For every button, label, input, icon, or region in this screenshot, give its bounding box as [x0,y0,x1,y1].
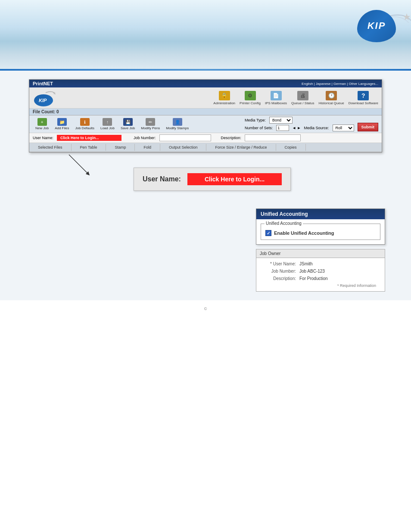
tab-stamp[interactable]: Stamp [106,144,135,151]
job-owner-titlebar: Job Owner [256,249,385,258]
job-number-input[interactable] [159,134,211,141]
modify-pens-icon: ✏ [146,118,155,126]
number-of-sets-input[interactable] [276,125,289,131]
file-count-text: File Count: 0 [33,109,59,114]
download-software-label: Download Software [349,101,378,105]
load-job-icon: ↑ [103,118,112,126]
description-input[interactable] [245,134,301,141]
unified-accounting-body: Unified Accounting ✓ Enable Unified Acco… [256,219,385,244]
owner-username-row: * User Name: JSmith [261,261,380,266]
main-content: PrintNET English | Japanese | German | O… [0,71,411,200]
owner-description-row: Description: For Production [261,276,380,281]
login-callout-button[interactable]: Click Here to Login... [187,173,282,185]
printnet-titlebar: PrintNET English | Japanese | German | O… [29,80,382,87]
tab-selected-files[interactable]: Selected Files [29,144,72,151]
administration-icon-button[interactable]: 🔒 Administration [213,91,235,105]
number-of-sets-label: Number of Sets: [245,126,273,130]
tab-fold[interactable]: Fold [135,144,160,151]
job-number-label: Job Number: [134,136,156,140]
owner-jobnumber-row: Job Number: Job ABC-123 [261,269,380,274]
owner-username-value: JSmith [299,261,313,266]
printnet-top-icons: 🔒 Administration ⚙ Printer Config 📄 IPS … [213,91,378,105]
bottom-section: Unified Accounting Unified Accounting ✓ … [0,200,411,300]
tabs-bar: Selected Files Pen Table Stamp Fold Outp… [29,143,382,152]
job-defaults-button[interactable]: ℹ Job Defaults [72,117,97,131]
printer-icon: 🖨 [297,91,308,100]
queue-status-label: Queue / Status [291,101,314,105]
kip-small-logo: KIP [33,89,56,106]
historical-queue-label: Historical Queue [318,101,344,105]
unified-accounting-panel: Unified Accounting Unified Accounting ✓ … [256,208,385,245]
owner-jobnumber-value: Job ABC-123 [299,269,325,274]
unified-accounting-titlebar: Unified Accounting [256,209,385,219]
username-label: User Name: [33,136,53,140]
svg-line-4 [69,155,88,174]
kip-logo-text: KIP [367,20,386,31]
copyright-bar: © [0,300,411,317]
enable-unified-accounting-checkbox[interactable]: ✓ [265,230,271,236]
owner-username-label: * User Name: [261,261,299,266]
kip-logo: KIP [351,4,402,47]
media-type-label: Media Type: [245,118,266,122]
printnet-topbar: KIP 🔒 Administration ⚙ Printer Config 📄 … [29,87,382,109]
printer-config-label: Printer Config [240,101,261,105]
add-files-icon: 📁 [57,118,67,126]
submit-button[interactable]: Submit [358,123,379,131]
owner-description-value: For Production [299,276,328,281]
owner-jobnumber-label: Job Number: [261,269,299,274]
queue-status-button[interactable]: 🖨 Queue / Status [291,91,314,105]
header: KIP [0,0,411,69]
tab-pen-table[interactable]: Pen Table [72,144,106,151]
copyright-symbol: © [204,307,207,311]
enable-unified-accounting-row: ✓ Enable Unified Accounting [265,230,376,236]
tab-output-selection[interactable]: Output Selection [160,144,207,151]
printer-config-button[interactable]: ⚙ Printer Config [240,91,261,105]
job-info-row: User Name: Job Number: Description: [29,133,382,143]
number-of-sets-row: Number of Sets: ◄ ► Media Source: Roll S… [245,124,354,131]
new-job-button[interactable]: + New Job [33,117,51,131]
modify-stamps-icon: 👤 [173,118,182,126]
login-callout: User Name: Click Here to Login... [134,168,291,191]
modify-pens-button[interactable]: ✏ Modify Pens [138,117,162,131]
svg-text:KIP: KIP [39,98,47,103]
load-job-button[interactable]: ↑ Load Job [98,117,117,131]
printnet-title: PrintNET [33,81,53,86]
historical-queue-button[interactable]: 🕐 Historical Queue [318,91,344,105]
unified-accounting-title: Unified Accounting [261,211,308,217]
question-icon: ? [358,91,369,100]
description-label: Description: [221,136,242,140]
login-callout-label: User Name: [143,175,181,183]
media-source-label: Media Source: [304,126,329,130]
media-type-select[interactable]: Bond Vellum Film [269,117,293,124]
unified-accounting-group: Unified Accounting ✓ Enable Unified Acco… [261,224,380,240]
ips-mailboxes-button[interactable]: 📄 IPS Mailboxes [265,91,287,105]
job-owner-body: * User Name: JSmith Job Number: Job ABC-… [256,258,385,291]
media-source-select[interactable]: Roll Sheet [333,124,354,131]
media-type-row: Media Type: Bond Vellum Film [245,117,354,124]
modify-stamps-button[interactable]: 👤 Modify Stamps [163,117,191,131]
tab-copies[interactable]: Copies [276,144,306,151]
username-input[interactable] [57,135,121,141]
administration-label: Administration [213,101,235,105]
printnet-lang-menu[interactable]: English | Japanese | German | Other Lang… [302,82,378,86]
clock-icon: 🕐 [326,91,337,100]
gear-icon: ⚙ [245,91,256,100]
save-job-button[interactable]: 💾 Save Job [118,117,137,131]
job-defaults-icon: ℹ [80,118,90,126]
job-owner-section: Job Owner * User Name: JSmith Job Number… [256,249,385,292]
annotation-area: User Name: Click Here to Login... [13,152,398,191]
download-software-button[interactable]: ? Download Software [349,91,378,105]
enable-unified-accounting-label: Enable Unified Accounting [274,230,334,236]
doc-icon: 📄 [271,91,282,100]
owner-description-label: Description: [261,276,299,281]
job-owner-title: Job Owner [260,251,280,256]
file-count-bar: File Count: 0 [29,109,382,115]
required-note: * Required Information [261,283,380,288]
new-job-icon: + [37,118,47,126]
ips-mailboxes-label: IPS Mailboxes [265,101,287,105]
tab-force-size[interactable]: Force Size / Enlarge / Reduce [206,144,276,151]
add-files-button[interactable]: 📁 Add Files [52,117,72,131]
printnet-window: PrintNET English | Japanese | German | O… [29,79,382,152]
save-job-icon: 💾 [123,118,133,126]
unified-accounting-group-label: Unified Accounting [265,221,303,226]
